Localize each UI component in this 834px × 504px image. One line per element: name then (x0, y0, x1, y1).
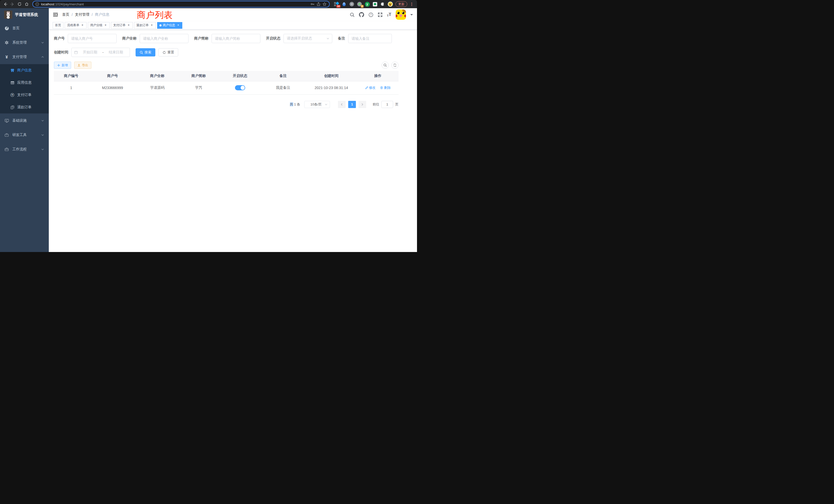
tab-pay-orders[interactable]: 支付订单× (111, 22, 133, 29)
site-info-icon[interactable] (36, 2, 39, 6)
tab-process-form[interactable]: 流程表单× (65, 22, 87, 29)
sidebar-item-label: 系统管理 (12, 40, 27, 45)
password-key-icon[interactable] (310, 2, 314, 6)
address-bar[interactable]: localhost:1024/pay/merchant (32, 1, 330, 7)
tab-refund-orders[interactable]: 退款订单× (134, 22, 156, 29)
fullscreen-icon[interactable] (378, 12, 382, 17)
dashboard-icon (4, 26, 9, 30)
hide-search-button[interactable] (381, 62, 389, 69)
active-dot (159, 24, 161, 26)
sidebar-item-app-info[interactable]: 应用信息 (0, 76, 49, 89)
filter-short-name: 商户简称 (194, 34, 260, 43)
tab-user-group[interactable]: 用户分组× (88, 22, 110, 29)
extension-profile-dot-icon[interactable]: 1 (357, 2, 362, 7)
page-size-select[interactable]: 10条/页 (304, 101, 330, 108)
prev-page-button[interactable] (338, 101, 346, 108)
edit-link[interactable]: 修改 (365, 86, 376, 90)
goto-page-input[interactable] (381, 101, 393, 108)
tab-merchant-info[interactable]: 商户信息× (157, 22, 182, 29)
extension-command-icon[interactable]: ⌘ (349, 2, 354, 7)
pagination: 共 1 条 10条/页 1 前往 页 (54, 101, 398, 108)
extension-balloon-icon[interactable] (342, 2, 347, 7)
github-icon[interactable] (359, 12, 364, 17)
remark-input[interactable] (348, 34, 392, 43)
status-select[interactable]: 请选择开启状态 (284, 34, 332, 43)
share-icon[interactable] (316, 2, 321, 6)
logo-rabbit-image (4, 10, 12, 19)
sidebar-item-label: 商户信息 (17, 68, 31, 73)
sidebar-collapse-icon[interactable] (53, 12, 58, 17)
refresh-table-button[interactable] (391, 62, 398, 69)
plus-icon (57, 64, 60, 67)
help-icon[interactable]: ? (369, 12, 373, 17)
close-icon[interactable]: × (150, 24, 154, 27)
cell-actions: 修改 删除 (357, 81, 398, 94)
yen-icon: ¥ (4, 55, 9, 59)
sidebar-item-label: 基础设施 (12, 118, 27, 123)
sidebar-item-workflow[interactable]: 工作流程 (0, 142, 49, 157)
chevron-down-icon (325, 103, 328, 106)
page-number-1[interactable]: 1 (348, 101, 356, 108)
filter-remark: 备注 (338, 34, 392, 43)
cell-status (219, 81, 261, 94)
short-name-input[interactable] (212, 34, 260, 43)
calendar-icon (74, 50, 78, 54)
sidebar-item-home[interactable]: 首页 (0, 21, 49, 36)
status-toggle[interactable] (235, 85, 245, 90)
browser-toolbar: localhost:1024/pay/merchant 10 ⌘ 1 y 更新 (0, 0, 417, 8)
sidebar-item-dev-tools[interactable]: 研发工具 (0, 128, 49, 142)
browser-profile-avatar[interactable] (388, 2, 393, 7)
reload-icon[interactable] (17, 1, 23, 7)
sidebar-item-label: 应用信息 (17, 80, 31, 85)
close-icon[interactable]: × (81, 24, 84, 27)
extension-blue-diamond-icon[interactable]: 10 (334, 2, 339, 7)
sidebar-item-system[interactable]: 系统管理 (0, 36, 49, 50)
delete-link[interactable]: 删除 (380, 86, 391, 90)
sidebar-item-refund-orders[interactable]: 退款订单 (0, 101, 49, 113)
sidebar-item-label: 首页 (12, 26, 20, 30)
close-icon[interactable]: × (104, 24, 107, 27)
breadcrumb-payment[interactable]: 支付管理 (75, 12, 89, 17)
search-button[interactable]: 搜索 (136, 48, 155, 56)
next-page-button[interactable] (358, 101, 366, 108)
filter-row-1: 商户号 商户全称 商户简称 开启状态 请选择开启状态 (54, 34, 398, 43)
sidebar-item-merchant-info[interactable]: 商户信息 (0, 64, 49, 76)
extension-y-icon[interactable]: y (365, 2, 370, 7)
extension-badge: 1 (361, 5, 364, 8)
export-button[interactable]: 导出 (74, 62, 91, 69)
sidebar-item-pay-orders[interactable]: ¥ 支付订单 (0, 89, 49, 101)
close-icon[interactable]: × (127, 24, 130, 27)
sidebar-item-payment[interactable]: ¥ 支付管理 (0, 50, 49, 64)
merchant-no-input[interactable] (68, 34, 116, 43)
pagination-total: 共 1 条 (290, 102, 300, 107)
avatar-dropdown-caret-icon[interactable] (410, 14, 413, 17)
col-create-time: 创建时间 (306, 71, 357, 81)
bookmark-star-icon[interactable] (323, 2, 327, 6)
font-size-icon[interactable]: TT (387, 12, 391, 17)
chevron-down-icon (41, 41, 44, 44)
briefcase-icon (4, 147, 9, 152)
extensions-puzzle-icon[interactable] (380, 2, 385, 7)
forward-icon[interactable] (9, 1, 16, 7)
back-icon[interactable] (2, 1, 8, 7)
close-icon[interactable]: × (176, 24, 180, 27)
reset-button[interactable]: 重置 (158, 48, 178, 56)
breadcrumb-home[interactable]: 首页 (62, 12, 69, 17)
date-range-picker[interactable]: 开始日期 - 结束日期 (71, 48, 130, 57)
svg-text:?: ? (370, 13, 372, 16)
chevron-left-icon (340, 103, 343, 106)
extension-chat-icon[interactable] (372, 2, 377, 7)
col-full-name: 商户全称 (137, 71, 178, 81)
filter-label: 开启状态 (266, 36, 280, 41)
browser-update-button[interactable]: 更新 (395, 1, 407, 7)
home-icon[interactable] (24, 1, 30, 7)
breadcrumb-current: 商户信息 (95, 12, 109, 17)
sidebar-logo[interactable]: 芋道管理系统 (0, 8, 49, 21)
full-name-input[interactable] (140, 34, 189, 43)
browser-menu-icon[interactable] (410, 2, 413, 6)
header-search-icon[interactable] (350, 12, 355, 17)
tab-home[interactable]: 首页 (53, 22, 63, 29)
add-button[interactable]: 新增 (54, 62, 71, 69)
user-avatar[interactable] (396, 9, 406, 20)
sidebar-item-infrastructure[interactable]: 基础设施 (0, 113, 49, 128)
